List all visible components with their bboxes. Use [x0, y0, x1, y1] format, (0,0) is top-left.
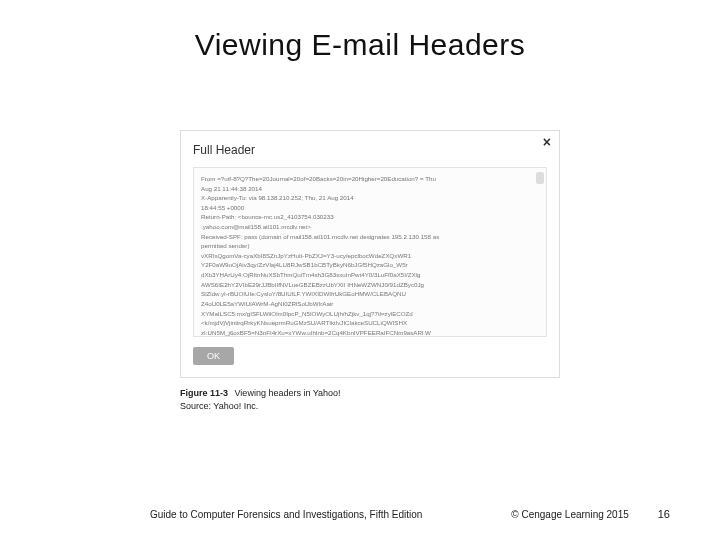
ok-button[interactable]: OK — [193, 347, 234, 365]
header-line: dXb3YHArUy4:OjRItnNuXSbThmQuiTm4sh3G83sx… — [201, 270, 539, 280]
header-line: vXRIsQgomVa-cyaXbI8SZnJpYzHuIt-PbZXJ=Y3-… — [201, 251, 539, 261]
header-line: zI:UN5M_j6oxBF5=N3nFI4rXu=xYWw.uIhInb=2C… — [201, 328, 539, 337]
header-line: X-Apparently-To: via 98.138.210.252; Thu… — [201, 193, 539, 203]
figure-source: Source: Yahoo! Inc. — [180, 401, 560, 411]
slide-title: Viewing E-mail Headers — [0, 28, 720, 62]
footer-book-title: Guide to Computer Forensics and Investig… — [150, 509, 422, 520]
header-line: XYMaILSC5:mx/gISFLWilOlm0IpcP_N5IOWyOLUj… — [201, 309, 539, 319]
header-line: Z4oU0LE5aYWIUiAWrM-AgNI0ZRlSoUbWIrAair — [201, 299, 539, 309]
header-line: Aug 21 11:44:38 2014 — [201, 184, 539, 194]
header-line: From =?utf-8?Q?The=20Journal=20of=20Back… — [201, 174, 539, 184]
header-line: SlZldw.yI-rBUOIUIe:CysloY/8UIUlLF.YWIXID… — [201, 289, 539, 299]
header-line: Received-SPF: pass (domain of mail158.at… — [201, 232, 539, 242]
header-text-box: From =?utf-8?Q?The=20Journal=20of=20Back… — [193, 167, 547, 337]
header-line: <k/mjdVjVjintirqRrkyKNsueprmRuGMzSU/ARTI… — [201, 318, 539, 328]
figure-label: Figure 11-3 — [180, 388, 228, 398]
figure-caption: Figure 11-3 Viewing headers in Yahoo! — [180, 388, 560, 398]
panel-title: Full Header — [193, 143, 547, 157]
header-line: Y2F0aW9uOjAiv3qy/ZzVlaj4LU8RJwSB1bCBTyBk… — [201, 260, 539, 270]
footer-page-number: 16 — [658, 508, 680, 520]
header-line: 18:44:55 +0000 — [201, 203, 539, 213]
figure-container: × Full Header From =?utf-8?Q?The=20Journ… — [180, 130, 560, 411]
header-line: permitted sender) — [201, 241, 539, 251]
close-icon[interactable]: × — [543, 135, 551, 149]
header-line: .yahoo.com@mail158.atl101.mcdlv.net> — [201, 222, 539, 232]
scrollbar-thumb[interactable] — [536, 172, 544, 184]
header-line: AWS6IE2hY2VIbE29rJJBbIIfNVLueGBZEBzzUbYX… — [201, 280, 539, 290]
footer-copyright: © Cengage Learning 2015 — [422, 509, 657, 520]
slide-footer: Guide to Computer Forensics and Investig… — [0, 508, 720, 520]
full-header-panel: × Full Header From =?utf-8?Q?The=20Journ… — [180, 130, 560, 378]
header-line: Return-Path: <bounce-mc.us2_4103754.0302… — [201, 212, 539, 222]
figure-text: Viewing headers in Yahoo! — [235, 388, 341, 398]
